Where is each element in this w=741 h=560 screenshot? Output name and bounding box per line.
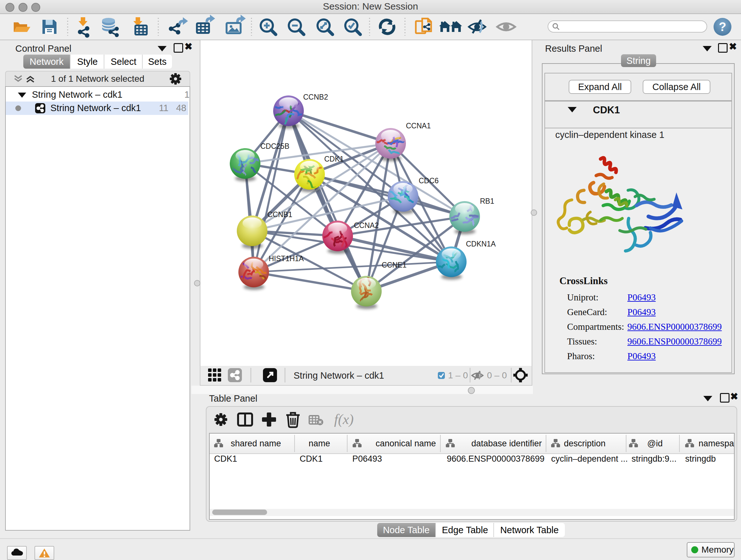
svg-text:canonical name: canonical name	[376, 439, 436, 448]
svg-text:CCNA1: CCNA1	[406, 122, 431, 130]
svg-text:RB1: RB1	[480, 197, 494, 205]
svg-text:CCNB2: CCNB2	[303, 93, 328, 101]
svg-text:f(x): f(x)	[334, 412, 354, 427]
svg-text:CCNB1: CCNB1	[267, 210, 292, 219]
svg-text:shared name: shared name	[231, 439, 281, 448]
svg-text:CDC25B: CDC25B	[260, 142, 289, 150]
svg-text:description: description	[564, 439, 606, 448]
svg-text:database identifier: database identifier	[471, 439, 542, 448]
svg-text:name: name	[309, 439, 330, 448]
svg-text:String Network – cdk1: String Network – cdk1	[293, 370, 384, 381]
svg-text:namespace: namespace	[698, 439, 734, 448]
svg-text:HIST1H1A: HIST1H1A	[269, 254, 304, 263]
svg-text:CDKN1A: CDKN1A	[466, 240, 496, 248]
svg-text:CDK1: CDK1	[324, 155, 344, 163]
svg-text:CDC6: CDC6	[419, 177, 439, 185]
svg-text:CCNA2: CCNA2	[354, 221, 379, 230]
svg-text:@id: @id	[647, 439, 663, 448]
svg-text:1 – 0: 1 – 0	[448, 370, 468, 380]
svg-text:CCNE1: CCNE1	[382, 261, 407, 269]
svg-text:0 – 0: 0 – 0	[487, 370, 507, 380]
